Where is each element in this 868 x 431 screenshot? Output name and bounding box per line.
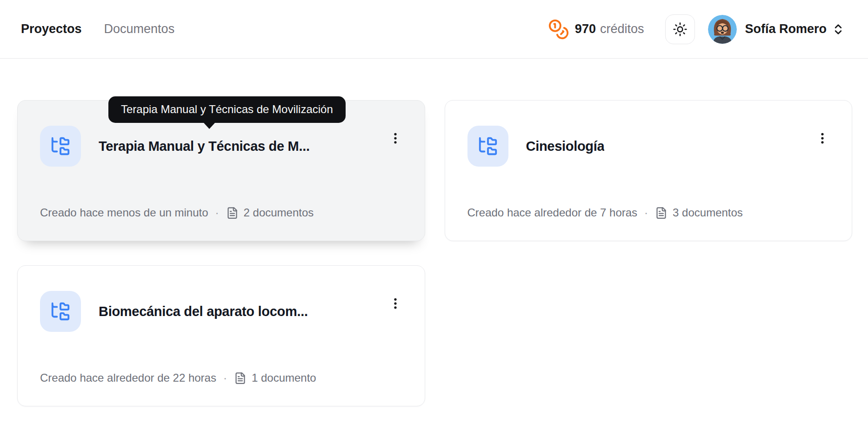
tooltip-arrow <box>204 123 215 129</box>
user-menu[interactable]: Sofía Romero <box>708 15 845 44</box>
more-vertical-icon <box>388 131 402 145</box>
sun-icon <box>673 22 688 37</box>
more-vertical-icon <box>388 296 402 310</box>
meta-separator: · <box>215 206 219 219</box>
folder-tree-icon <box>477 135 499 157</box>
project-created-text: Creado hace alrededor de 7 horas <box>467 206 638 219</box>
credits-amount: 970 <box>575 22 596 36</box>
project-doc-count: 2 documentos <box>244 206 314 219</box>
project-doc-count: 1 documento <box>252 371 316 384</box>
avatar <box>708 15 737 44</box>
coins-icon <box>548 19 569 40</box>
project-created-text: Creado hace alrededor de 22 horas <box>40 371 216 384</box>
project-created-text: Creado hace menos de un minuto <box>40 206 208 219</box>
project-title: Cinesiología <box>526 139 605 154</box>
card-header-row: Terapia Manual y Técnicas de M... <box>40 126 404 167</box>
project-more-menu-button[interactable] <box>387 295 404 312</box>
nav-tab-documentos[interactable]: Documentos <box>104 22 175 36</box>
project-title-tooltip: Terapia Manual y Técnicas de Movilizació… <box>108 96 346 123</box>
credits-label: créditos <box>600 22 644 36</box>
project-meta-row: Creado hace alrededor de 7 horas · 3 doc… <box>467 206 832 219</box>
card-header-row: Biomecánica del aparato locom... <box>40 291 404 332</box>
file-text-icon <box>234 372 247 384</box>
nav-tab-proyectos[interactable]: Proyectos <box>21 22 82 36</box>
main-nav: Proyectos Documentos <box>21 22 174 36</box>
project-title: Biomecánica del aparato locom... <box>99 304 308 319</box>
top-bar: Proyectos Documentos 970 créditos <box>0 0 868 59</box>
project-card-biomecanica[interactable]: Biomecánica del aparato locom... Creado … <box>17 265 425 406</box>
folder-tree-icon <box>50 301 71 322</box>
project-card-cinesiologia[interactable]: Cinesiología Creado hace alrededor de 7 … <box>445 100 853 241</box>
project-icon-tile <box>40 126 81 167</box>
project-doc-count: 3 documentos <box>673 206 743 219</box>
theme-toggle-button[interactable] <box>665 14 695 44</box>
project-icon-tile <box>467 126 508 167</box>
project-more-menu-button[interactable] <box>814 129 831 147</box>
card-header-row: Cinesiología <box>467 126 832 167</box>
more-vertical-icon <box>815 131 829 145</box>
user-name: Sofía Romero <box>745 22 827 36</box>
header-right-cluster: 970 créditos <box>548 14 845 44</box>
meta-separator: · <box>644 206 648 219</box>
meta-separator: · <box>223 371 227 384</box>
project-meta-row: Creado hace alrededor de 22 horas · 1 do… <box>40 371 404 384</box>
file-text-icon <box>226 207 239 219</box>
folder-tree-icon <box>50 135 71 157</box>
project-more-menu-button[interactable] <box>387 129 404 147</box>
project-icon-tile <box>40 291 81 332</box>
project-meta-row: Creado hace menos de un minuto · 2 docum… <box>40 206 404 219</box>
projects-grid: Terapia Manual y Técnicas de M... Creado… <box>17 100 852 406</box>
chevrons-up-down-icon <box>832 23 845 36</box>
project-title: Terapia Manual y Técnicas de M... <box>99 139 310 154</box>
file-text-icon <box>655 207 668 219</box>
credits-counter[interactable]: 970 créditos <box>548 19 644 40</box>
